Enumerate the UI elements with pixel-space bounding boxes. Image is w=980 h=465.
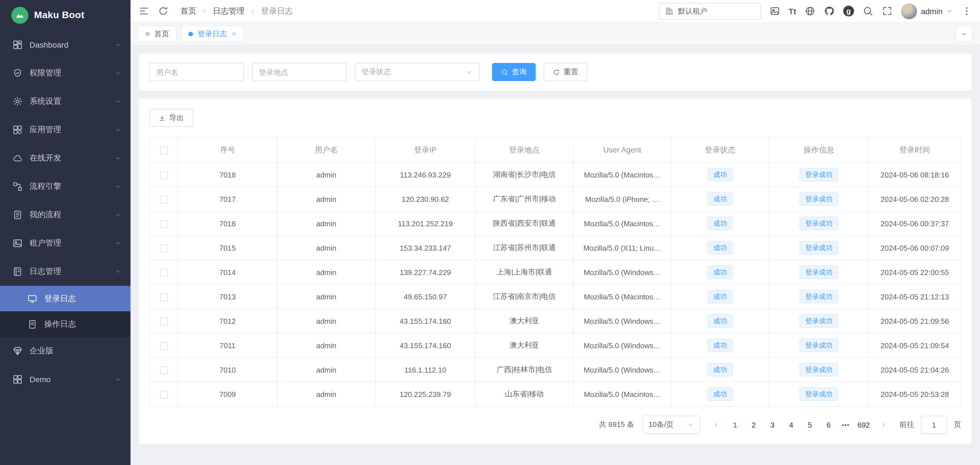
row-checkbox[interactable] (160, 196, 168, 203)
export-button[interactable]: 导出 (149, 109, 193, 127)
status-tag: 成功 (708, 290, 733, 303)
chevron-down-icon (115, 211, 121, 218)
operation-tag: 登录成功 (800, 387, 838, 401)
sidebar-item-system-settings[interactable]: 系统设置 (0, 87, 130, 116)
next-page-button[interactable] (876, 416, 890, 434)
font-size-glyph: Tt (789, 6, 796, 16)
status-tag: 成功 (708, 265, 733, 279)
row-checkbox[interactable] (160, 269, 168, 277)
kebab-menu-icon[interactable] (961, 6, 972, 16)
username-input[interactable] (149, 63, 244, 81)
cell-id: 7018 (178, 162, 277, 187)
query-button[interactable]: 查询 (492, 63, 536, 81)
cell-location: 江苏省|苏州市|联通 (475, 236, 573, 260)
reset-button-label: 重置 (563, 67, 578, 77)
sidebar-item-login-log[interactable]: 登录日志 (0, 286, 130, 311)
column-header-location: 登录地点 (475, 138, 573, 162)
reset-button[interactable]: 重置 (544, 63, 587, 81)
goto-page-input[interactable] (921, 416, 947, 434)
page-number-5[interactable]: 5 (802, 416, 818, 434)
page-number-2[interactable]: 2 (746, 416, 762, 434)
github-icon[interactable] (824, 6, 835, 16)
brand[interactable]: Maku Boot (0, 0, 130, 31)
login-status-placeholder: 登录状态 (361, 67, 391, 77)
row-checkbox[interactable] (160, 220, 168, 228)
page-size-value: 10条/页 (649, 420, 674, 430)
page-number-3[interactable]: 3 (765, 416, 780, 434)
apps-icon (13, 125, 23, 135)
cell-location: 湖南省|长沙市|电信 (475, 162, 573, 187)
row-checkbox[interactable] (160, 342, 168, 350)
more-pages-icon[interactable]: ••• (840, 422, 852, 428)
sidebar-item-permissions[interactable]: 权限管理 (0, 59, 130, 87)
fullscreen-icon[interactable] (882, 6, 892, 16)
breadcrumb-item-log-management[interactable]: 日志管理 (213, 6, 245, 16)
cell-username: admin (277, 187, 375, 211)
font-size-icon[interactable]: Tt (789, 6, 796, 16)
building-icon (665, 7, 673, 15)
chevron-down-icon (115, 70, 121, 76)
row-checkbox[interactable] (160, 391, 168, 398)
page-number-4[interactable]: 4 (784, 416, 799, 434)
user-menu[interactable]: admin (901, 3, 953, 19)
cell-agent: Mozilla/5.0 (Windows… (573, 260, 671, 284)
sidebar-item-operation-log[interactable]: 操作日志 (0, 311, 130, 337)
close-icon[interactable] (232, 31, 237, 36)
login-location-input[interactable] (252, 63, 347, 81)
row-checkbox[interactable] (160, 317, 168, 325)
row-checkbox[interactable] (160, 366, 168, 374)
tab-home[interactable]: 首页 (138, 26, 176, 41)
page-number-6[interactable]: 6 (821, 416, 837, 434)
select-all-checkbox[interactable] (160, 146, 168, 154)
tab-login-log[interactable]: 登录日志 (181, 26, 243, 41)
table-row: 7010 admin 116.1.112.10 广西|桂林市|电信 Mozill… (150, 357, 961, 382)
cell-ip: 120.225.239.79 (375, 382, 475, 406)
cell-agent: Mozilla/5.0 (Macintos… (573, 162, 671, 187)
chevron-down-icon (115, 183, 121, 190)
table-header-row: 序号 用户名 登录IP 登录地点 User Agent 登录状态 操作信息 登录… (150, 138, 961, 162)
tab-actions-button[interactable] (956, 26, 972, 41)
gitee-icon[interactable]: g (843, 6, 854, 16)
sidebar-item-workflow-engine[interactable]: 流程引擎 (0, 172, 130, 201)
sidebar-item-tenant-management[interactable]: 租户管理 (0, 229, 130, 257)
breadcrumb-item-home[interactable]: 首页 (180, 6, 196, 16)
column-header-ip: 登录IP (375, 138, 475, 162)
sidebar-item-label: 登录日志 (44, 294, 121, 304)
row-checkbox[interactable] (160, 171, 168, 179)
sidebar-item-online-dev[interactable]: 在线开发 (0, 144, 130, 172)
sidebar-item-dashboard[interactable]: Dashboard (0, 31, 130, 59)
status-tag: 成功 (708, 314, 733, 328)
column-header-operation: 操作信息 (769, 138, 869, 162)
table-row: 7011 admin 43.155.174.160 澳大利亚 Mozilla/5… (150, 333, 961, 357)
status-tag: 成功 (708, 217, 733, 230)
sidebar-item-demo[interactable]: Demo (0, 365, 130, 394)
row-checkbox[interactable] (160, 244, 168, 252)
sidebar-item-my-workflow[interactable]: 我的流程 (0, 201, 130, 229)
search-icon[interactable] (862, 6, 873, 16)
sidebar-menu: Dashboard 权限管理 系统设置 应用管理 在线开发 (0, 31, 130, 465)
login-status-select[interactable]: 登录状态 (355, 63, 479, 81)
cell-ip: 49.65.150.97 (375, 284, 475, 309)
cell-id: 7013 (178, 284, 277, 309)
page-size-select[interactable]: 10条/页 (642, 416, 700, 434)
prev-page-button[interactable] (710, 416, 724, 434)
page-number-1[interactable]: 1 (727, 416, 743, 434)
sidebar-item-app-management[interactable]: 应用管理 (0, 116, 130, 144)
tenant-select[interactable]: 默认租户 (659, 3, 760, 19)
language-globe-icon[interactable] (805, 6, 815, 16)
collapse-sidebar-icon[interactable] (138, 6, 149, 16)
sidebar-item-enterprise[interactable]: 企业版 (0, 337, 130, 365)
row-checkbox[interactable] (160, 293, 168, 301)
table-row: 7012 admin 43.155.174.160 澳大利亚 Mozilla/5… (150, 309, 961, 333)
cell-id: 7016 (178, 211, 277, 236)
cell-agent: Mozilla/5.0 (Windows… (573, 333, 671, 357)
cell-time: 2024-05-06 02:20:28 (869, 187, 961, 211)
sidebar-item-label: 我的流程 (30, 210, 108, 220)
cell-username: admin (277, 260, 375, 284)
breadcrumb-item-login-log: 登录日志 (261, 6, 293, 16)
page-number-last[interactable]: 692 (856, 416, 872, 434)
column-header-status: 登录状态 (671, 138, 769, 162)
sidebar-item-log-management[interactable]: 日志管理 (0, 257, 130, 286)
theme-layout-icon[interactable] (769, 6, 780, 16)
refresh-icon[interactable] (158, 6, 169, 16)
